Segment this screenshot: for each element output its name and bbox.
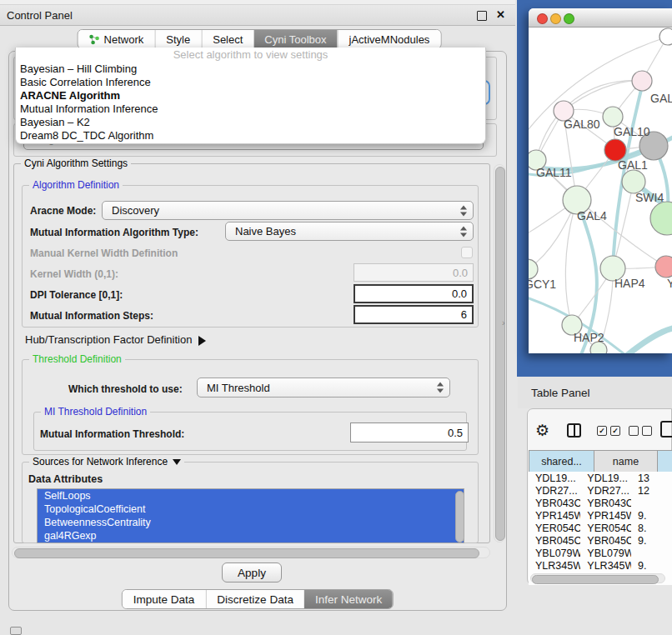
select-all-checkboxes-icon[interactable]: ✓✓ — [597, 426, 620, 436]
mi-threshold-value: 0.5 — [448, 427, 463, 439]
algorithm-option-basic-correlation-inference[interactable]: Basic Correlation Inference — [16, 76, 485, 89]
mi-steps-label: Mutual Information Steps: — [30, 310, 153, 322]
float-window-icon[interactable] — [477, 11, 487, 21]
tab-label: Select — [213, 33, 243, 46]
table-row[interactable]: YBR045CYBR045C9. — [529, 534, 672, 547]
manual-kernel-checkbox[interactable] — [461, 247, 473, 258]
table-cell: 9. — [631, 535, 672, 547]
attribute-selfloops[interactable]: SelfLoops — [38, 489, 464, 502]
algorithm-option-dream8-dc-tdc-algorithm[interactable]: Dream8 DC_TDC Algorithm — [16, 129, 485, 142]
node-label-hap2: HAP2 — [574, 331, 604, 344]
network-edge — [565, 200, 577, 325]
table-cell: YDR27... — [580, 485, 631, 497]
zoom-traffic-light-icon[interactable] — [564, 13, 574, 24]
kernel-width-field[interactable]: 0.0 — [354, 263, 474, 282]
network-node[interactable] — [632, 71, 652, 91]
table-cell: YDR27... — [529, 485, 580, 497]
mi-steps-field[interactable]: 6 — [354, 305, 474, 324]
table-row[interactable]: YBR043CYBR043C — [529, 497, 672, 509]
network-view[interactable]: GALGAL80GAL10GAL1GAL11SWI4GAL4GCY1HAP4YH… — [529, 28, 672, 353]
table-cell: YER054C — [580, 522, 631, 534]
table-hscroll-thumb[interactable] — [532, 575, 659, 584]
tab-style[interactable]: Style — [154, 30, 201, 48]
close-traffic-light-icon[interactable] — [537, 13, 548, 24]
column-header-shared[interactable]: shared... — [529, 450, 594, 473]
table-row[interactable]: YPR145WYPR145W9. — [529, 509, 672, 522]
table-cell: YBL079W — [529, 548, 580, 559]
manual-kernel-label: Manual Kernel Width Definition — [30, 248, 178, 259]
settings-gear-icon[interactable]: ⚙ — [535, 422, 549, 438]
aracne-mode-combo[interactable]: Discovery — [102, 201, 474, 220]
network-node[interactable] — [622, 170, 645, 193]
mi-type-label: Mutual Information Algorithm Type: — [30, 227, 198, 238]
close-icon[interactable]: ✕ — [496, 8, 505, 21]
algorithm-option-bayesian-hill-climbing[interactable]: Bayesian – Hill Climbing — [16, 62, 485, 76]
tab-label: Discretize Data — [217, 593, 293, 606]
which-threshold-combo[interactable]: MI Threshold — [197, 378, 450, 398]
sources-title: Sources for Network Inference — [29, 456, 184, 468]
column-header-a[interactable]: A — [658, 450, 672, 473]
node-label-gal10: GAL10 — [614, 125, 650, 138]
control-panel-title: Control Panel — [7, 9, 73, 22]
hub-definition-toggle[interactable]: Hub/Transcription Factor Definition — [25, 333, 206, 346]
attribute-gal4rgexp[interactable]: gal4RGexp — [38, 529, 464, 542]
network-window[interactable]: GALGAL80GAL10GAL1GAL11SWI4GAL4GCY1HAP4YH… — [529, 8, 672, 353]
table-cell: YPR145W — [529, 510, 580, 522]
dpi-tolerance-field[interactable]: 0.0 — [354, 284, 474, 303]
tab-infer-network[interactable]: Infer Network — [304, 590, 393, 608]
table-row[interactable]: YER054CYER054C8. — [529, 522, 672, 534]
network-node[interactable] — [655, 256, 672, 278]
algorithm-option-mutual-information-inference[interactable]: Mutual Information Inference — [16, 102, 485, 116]
algorithm-dropdown-items: Bayesian – Hill ClimbingBasic Correlatio… — [16, 62, 485, 142]
aracne-mode-label: Aracne Mode: — [30, 205, 96, 217]
tab-select[interactable]: Select — [201, 30, 253, 48]
minimize-traffic-light-icon[interactable] — [550, 13, 561, 24]
network-graph: GALGAL80GAL10GAL1GAL11SWI4GAL4GCY1HAP4YH… — [529, 28, 672, 353]
network-window-titlebar[interactable] — [529, 8, 672, 28]
table-cell: YDL19... — [580, 472, 631, 484]
apply-button[interactable]: Apply — [222, 562, 282, 582]
network-node[interactable] — [603, 107, 623, 127]
table-panel-title: Table Panel — [531, 387, 590, 399]
table-row[interactable]: YBL079WYBL079W — [529, 547, 672, 559]
tab-label: Network — [104, 33, 144, 46]
table-header: shared...nameA — [529, 450, 672, 473]
network-node[interactable] — [659, 28, 672, 45]
node-label-gal11: GAL11 — [536, 166, 572, 179]
column-header-name[interactable]: name — [594, 450, 658, 473]
tab-label: Infer Network — [315, 593, 382, 606]
collapse-down-icon — [173, 459, 181, 465]
algorithm-option-bayesian-k2[interactable]: Bayesian – K2 — [16, 116, 485, 129]
split-columns-icon[interactable] — [567, 423, 581, 438]
table-row[interactable]: YLR345WYLR345W9. — [529, 559, 672, 572]
settings-vscroll-thumb[interactable] — [495, 167, 505, 541]
tab-discretize-data[interactable]: Discretize Data — [205, 590, 304, 608]
attribute-betweennesscentrality[interactable]: BetweennessCentrality — [38, 516, 464, 529]
control-panel-tab-bar: NetworkStyleSelectCyni ToolboxjActiveMNo… — [78, 29, 442, 49]
panel-resize-handle-icon[interactable]: › — [502, 318, 505, 328]
mi-type-combo[interactable]: Naive Bayes — [225, 222, 474, 241]
minimized-window-icon[interactable] — [10, 627, 22, 635]
expand-right-icon — [198, 336, 206, 346]
node-label-swi4: SWI4 — [635, 191, 664, 204]
table-row[interactable]: YDL19...YDL19...13 — [529, 472, 672, 484]
deselect-checkboxes-icon[interactable] — [629, 426, 652, 436]
attributes-list-scrollbar[interactable] — [455, 491, 464, 542]
tab-jactivemnodules[interactable]: jActiveMNodules — [338, 30, 441, 48]
unchecked-box-icon — [642, 426, 652, 436]
tab-network[interactable]: Network — [78, 30, 155, 48]
table-row[interactable]: YDR27...YDR27...12 — [529, 484, 672, 497]
tab-impute-data[interactable]: Impute Data — [123, 590, 206, 608]
table-cell: YER054C — [529, 522, 580, 534]
document-icon[interactable] — [660, 421, 672, 438]
mi-threshold-field[interactable]: 0.5 — [350, 422, 469, 442]
algorithm-option-aracne-algorithm[interactable]: ARACNE Algorithm — [16, 89, 485, 102]
tab-label: Style — [166, 33, 190, 46]
settings-hscroll-thumb[interactable] — [14, 548, 479, 558]
algorithm-definition-title: Algorithm Definition — [29, 179, 123, 191]
attribute-topologicalcoefficient[interactable]: TopologicalCoefficient — [38, 502, 464, 516]
tab-cyni-toolbox[interactable]: Cyni Toolbox — [253, 30, 337, 48]
network-node[interactable] — [650, 202, 672, 235]
cyni-algorithm-settings-title: Cyni Algorithm Settings — [21, 158, 131, 169]
node-label-gcy1: GCY1 — [529, 278, 556, 291]
